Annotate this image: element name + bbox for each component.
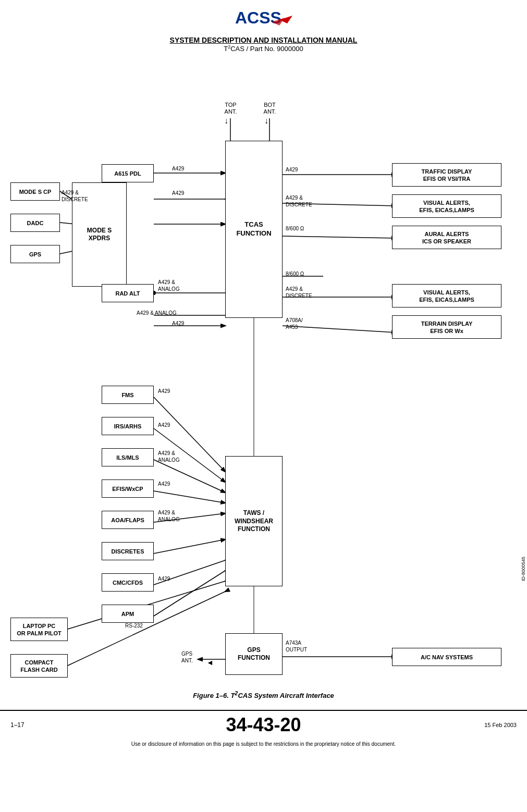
system-diagram: TOPANT. ↓ BOTANT. ↓ A615 PDL MODE S CP D… [0, 60, 527, 685]
terrain-display-box: TERRAIN DISPLAYEFIS OR Wx [392, 315, 501, 339]
svg-line-26 [154, 539, 225, 553]
svg-line-24 [154, 491, 225, 503]
a615-pdl-box: A615 PDL [102, 164, 154, 182]
fms-box: FMS [102, 386, 154, 404]
discretes-box: DISCRETES [102, 542, 154, 560]
label-gps-ant: GPSANT. [181, 650, 193, 664]
svg-line-17 [283, 236, 396, 238]
compact-flash-box: COMPACTFLASH CARD [10, 654, 68, 678]
footer-bar: 1–17 34-43-20 15 Feb 2003 [0, 710, 527, 739]
svg-line-30 [68, 592, 225, 666]
label-a429-discrete-left: A429 &DISCRETE [62, 189, 88, 203]
irs-arhs-box: IRS/ARHS [102, 417, 154, 435]
label-a743a: A743AOUTPUT [286, 639, 307, 653]
label-a429-efis: A429 [158, 481, 170, 487]
page-subtitle: T2CAS / Part No. 9000000 [0, 44, 527, 53]
laptop-pc-box: LAPTOP PCOR PALM PILOT [10, 618, 68, 641]
ils-mls-box: ILS/MLS [102, 448, 154, 466]
label-a429-radalt: A429 [172, 321, 184, 326]
ac-nav-box: A/C NAV SYSTEMS [392, 648, 501, 666]
svg-line-23 [154, 460, 225, 493]
logo-container: ACSS [0, 5, 527, 33]
label-8600-upper: 8/600 Ω [286, 226, 304, 231]
rad-alt-box: RAD ALT [102, 284, 154, 302]
label-a429-discrete-right2: A429 &DISCRETE [286, 286, 312, 299]
label-a429-cmc: A429 [158, 576, 170, 582]
label-8600-lower: 8/600 Ω [286, 271, 304, 277]
label-rs232: RS-232 [125, 623, 143, 629]
footer-date: 15 Feb 2003 [454, 722, 517, 728]
mode-s-cp-box: MODE S CP [10, 182, 60, 201]
gps-box: GPS [10, 245, 60, 263]
label-a429-a615: A429 [172, 166, 184, 171]
gps-function-box: GPSFUNCTION [225, 633, 283, 675]
footer-page-number: 34-43-20 [73, 714, 454, 736]
label-a429-right1: A429 [286, 167, 298, 173]
footer-disclaimer: Use or disclosure of information on this… [0, 739, 527, 749]
taws-function-box: TAWS /WINDSHEARFUNCTION [225, 456, 283, 586]
label-a429-analog-lower: A429 & ANALOG [137, 310, 177, 316]
footer-right: 15 Feb 2003 [454, 722, 517, 728]
doc-id: ID-8000545 [521, 557, 526, 581]
label-a429-fms: A429 [158, 388, 170, 394]
page-ref: 1–17 [10, 721, 24, 729]
traffic-display-box: TRAFFIC DISPLAYEFIS OR VSI/TRA [392, 163, 501, 187]
cmc-cfds-box: CMC/CFDS [102, 573, 154, 592]
label-a708a: A708A/A453 [286, 317, 303, 330]
label-a429-analog-left: A429 &ANALOG [158, 279, 180, 292]
label-a429-irs: A429 [158, 422, 170, 428]
figure-caption: Figure 1–6. T2CAS System Aircraft Interf… [0, 690, 527, 699]
label-a429-discrete-right: A429 &DISCRETE [286, 194, 312, 208]
dadc-box: DADC [10, 214, 60, 232]
efis-wxcp-box: EFIS/WxCP [102, 479, 154, 498]
page-header: ACSS SYSTEM DESCRIPTION AND INSTALLATION… [0, 0, 527, 55]
acss-logo: ACSS [232, 5, 295, 31]
visual-alerts1-box: VISUAL ALERTS,EFIS, EICAS,LAMPS [392, 194, 501, 218]
label-a429-analog-aoa: A429 &ANALOG [158, 509, 180, 523]
apm-box: APM [102, 605, 154, 623]
tcas-function-box: TCASFUNCTION [225, 141, 283, 318]
label-a429-analog-ils: A429 &ANALOG [158, 450, 180, 463]
svg-text:ACSS: ACSS [235, 8, 281, 27]
bot-ant-box: BOTANT. [255, 99, 284, 117]
page-title: SYSTEM DESCRIPTION AND INSTALLATION MANU… [0, 36, 527, 44]
aoa-flaps-box: AOA/FLAPS [102, 511, 154, 529]
aural-alerts-box: AURAL ALERTSICS OR SPEAKER [392, 226, 501, 249]
visual-alerts2-box: VISUAL ALERTS,EFIS, EICAS,LAMPS [392, 284, 501, 307]
footer-left: 1–17 [10, 721, 73, 729]
top-ant-box: TOPANT. [216, 99, 245, 117]
label-a429-xpdrs: A429 [172, 190, 184, 196]
